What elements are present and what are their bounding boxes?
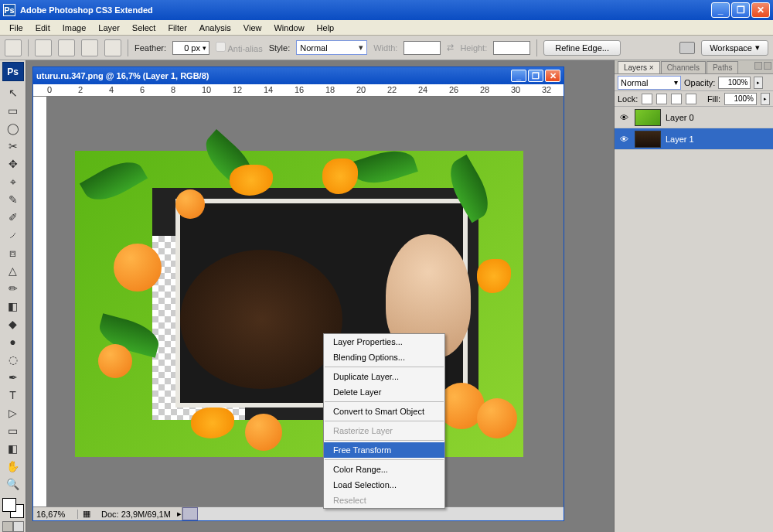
style-select[interactable]: Normal <box>296 40 367 55</box>
doc-minimize-button[interactable]: _ <box>511 70 526 82</box>
layers-panel: Layers × Channels Paths Normal Opacity: … <box>614 60 773 532</box>
device-icon[interactable] <box>679 42 695 54</box>
tool-button-7[interactable]: ✐ <box>3 209 23 226</box>
ctx-item[interactable]: Layer Properties... <box>324 334 444 350</box>
ctx-item[interactable]: Blending Options... <box>324 350 444 365</box>
layer-name[interactable]: Layer 0 <box>666 113 694 122</box>
fg-color-swatch[interactable] <box>2 498 16 512</box>
tab-channels[interactable]: Channels <box>661 61 706 73</box>
document-statusbar: 16,67% ▦ Doc: 23,9M/69,1M ▸ <box>33 506 564 520</box>
menu-select[interactable]: Select <box>126 22 162 34</box>
tool-button-20[interactable]: ◧ <box>3 440 23 457</box>
maximize-button[interactable]: ❐ <box>731 2 750 18</box>
subtract-selection-button[interactable] <box>81 39 98 56</box>
blend-mode-select[interactable]: Normal <box>618 76 681 90</box>
ctx-item[interactable]: Color Range... <box>324 462 444 477</box>
layer-thumbnail[interactable] <box>635 109 661 126</box>
ruler-horizontal[interactable]: 02468101214161820222426283032 <box>33 84 564 97</box>
lock-all-icon[interactable] <box>686 94 696 104</box>
canvas-viewport[interactable] <box>47 97 564 506</box>
lock-label: Lock: <box>618 94 638 104</box>
lock-pixels-icon[interactable] <box>656 94 667 104</box>
tool-button-2[interactable]: ◯ <box>3 120 23 137</box>
document-titlebar[interactable]: uturu.ru.347.png @ 16,7% (Layer 1, RGB/8… <box>33 67 564 84</box>
layer-thumbnail[interactable] <box>635 131 661 148</box>
tool-button-1[interactable]: ▭ <box>3 102 23 119</box>
tool-button-21[interactable]: ✋ <box>3 458 23 475</box>
tab-layers[interactable]: Layers × <box>618 61 660 73</box>
height-input <box>493 41 530 55</box>
tool-button-18[interactable]: ▷ <box>3 404 23 421</box>
menu-help[interactable]: Help <box>311 22 341 34</box>
h-scrollbar[interactable] <box>182 507 564 520</box>
add-selection-button[interactable] <box>58 39 75 56</box>
opacity-arrow-icon[interactable]: ▸ <box>754 77 763 89</box>
minimize-button[interactable]: _ <box>711 2 730 18</box>
lock-position-icon[interactable] <box>671 94 682 104</box>
tool-button-17[interactable]: T <box>3 387 23 404</box>
menu-file[interactable]: File <box>3 22 29 34</box>
tool-button-5[interactable]: ⌖ <box>3 173 23 190</box>
layer-row[interactable]: 👁 Layer 0 <box>615 107 773 128</box>
ctx-item[interactable]: Duplicate Layer... <box>324 369 444 384</box>
intersect-selection-button[interactable] <box>104 39 121 56</box>
ctx-item[interactable]: Delete Layer <box>324 384 444 400</box>
tool-button-6[interactable]: ✎ <box>3 191 23 208</box>
navigator-icon[interactable]: ▦ <box>78 509 95 519</box>
fill-input[interactable]: 100% <box>724 93 757 105</box>
tool-button-9[interactable]: ⧈ <box>3 244 23 261</box>
tool-button-4[interactable]: ✥ <box>3 155 23 172</box>
width-label: Width: <box>373 43 397 53</box>
menu-edit[interactable]: Edit <box>29 22 56 34</box>
refine-edge-button[interactable]: Refine Edge... <box>543 40 621 56</box>
menu-window[interactable]: Window <box>267 22 310 34</box>
lock-transparency-icon[interactable] <box>642 94 652 104</box>
tool-button-13[interactable]: ◆ <box>3 315 23 332</box>
new-selection-button[interactable] <box>35 39 52 56</box>
menu-image[interactable]: Image <box>56 22 93 34</box>
close-button[interactable]: ✕ <box>751 2 770 18</box>
tool-button-19[interactable]: ▭ <box>3 422 23 439</box>
tool-button-22[interactable]: 🔍 <box>3 476 23 493</box>
tool-button-12[interactable]: ◧ <box>3 298 23 315</box>
menu-filter[interactable]: Filter <box>162 22 192 34</box>
tool-button-0[interactable]: ↖ <box>3 84 23 101</box>
color-swatches[interactable] <box>2 498 24 517</box>
menu-analysis[interactable]: Analysis <box>193 22 237 34</box>
quickmask-toggle[interactable] <box>2 521 24 532</box>
tool-button-8[interactable]: ⟋ <box>3 227 23 244</box>
ruler-vertical[interactable] <box>33 97 47 506</box>
eye-icon[interactable]: 👁 <box>618 111 630 124</box>
doc-maximize-button[interactable]: ❐ <box>528 70 543 82</box>
tab-paths[interactable]: Paths <box>707 61 739 73</box>
layer-name[interactable]: Layer 1 <box>666 135 694 144</box>
tool-button-15[interactable]: ◌ <box>3 351 23 368</box>
layer-row[interactable]: 👁 Layer 1 <box>615 128 773 150</box>
swap-icon: ⇄ <box>447 43 454 53</box>
fill-arrow-icon[interactable]: ▸ <box>761 93 770 105</box>
opacity-input[interactable]: 100% <box>718 77 751 89</box>
feather-input[interactable]: 0 px <box>172 41 209 55</box>
canvas[interactable] <box>75 151 523 457</box>
doc-info: Doc: 23,9M/69,1M <box>95 510 177 519</box>
eye-icon[interactable]: 👁 <box>618 133 630 145</box>
panel-min-icon[interactable] <box>754 62 762 70</box>
tool-preset-button[interactable] <box>5 39 22 56</box>
doc-close-button[interactable]: ✕ <box>545 70 560 82</box>
panel-close-icon[interactable] <box>764 62 771 70</box>
menubar: File Edit Image Layer Select Filter Anal… <box>0 20 773 36</box>
document-window: uturu.ru.347.png @ 16,7% (Layer 1, RGB/8… <box>32 66 564 521</box>
tool-button-16[interactable]: ✒ <box>3 369 23 386</box>
workspace-button[interactable]: Workspace <box>701 40 768 56</box>
ctx-item[interactable]: Load Selection... <box>324 477 444 493</box>
zoom-input[interactable]: 16,67% <box>33 510 78 519</box>
tool-button-11[interactable]: ✏ <box>3 280 23 297</box>
tool-button-3[interactable]: ✂ <box>3 138 23 155</box>
menu-view[interactable]: View <box>237 22 268 34</box>
tool-button-14[interactable]: ● <box>3 333 23 350</box>
tool-button-10[interactable]: △ <box>3 262 23 279</box>
ctx-item[interactable]: Free Transform <box>324 442 444 458</box>
document-area: uturu.ru.347.png @ 16,7% (Layer 1, RGB/8… <box>26 60 614 532</box>
menu-layer[interactable]: Layer <box>92 22 126 34</box>
ctx-item[interactable]: Convert to Smart Object <box>324 404 444 419</box>
